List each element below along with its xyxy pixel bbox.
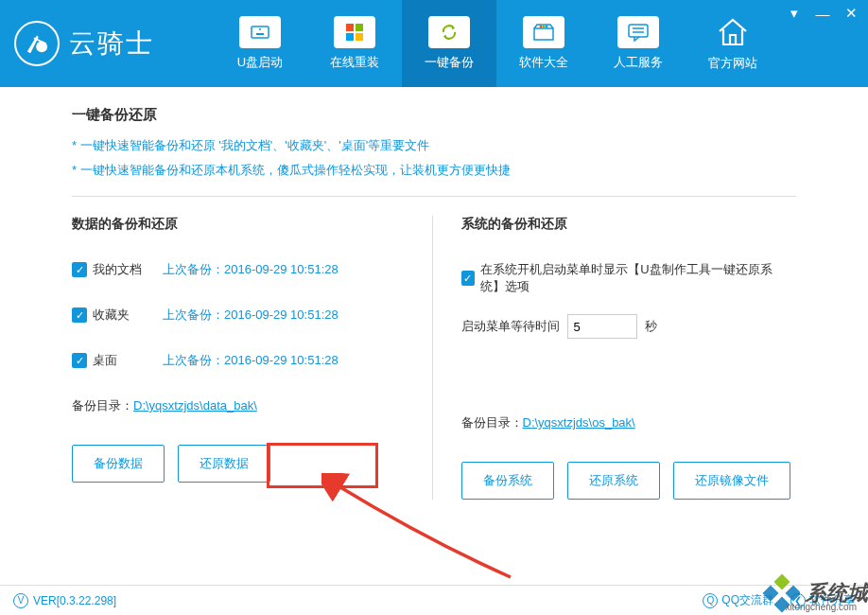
svg-rect-3 (256, 33, 264, 35)
nav-online-reinstall[interactable]: 在线重装 (307, 0, 402, 87)
data-backup-dir: 备份目录：D:\yqsxtzjds\data_bak\ (72, 397, 408, 414)
svg-rect-18 (786, 586, 800, 602)
home-icon (714, 15, 752, 49)
app-logo-icon (14, 21, 60, 66)
data-dir-link[interactable]: D:\yqsxtzjds\data_bak\ (133, 398, 257, 413)
checkbox-desktop[interactable]: ✓ (72, 353, 87, 368)
svg-rect-2 (252, 26, 269, 38)
svg-point-11 (543, 26, 546, 28)
check-row-favorites: ✓ 收藏夹 上次备份：2016-09-29 10:51:28 (72, 307, 408, 324)
version-text: VER[0.3.22.298] (33, 594, 116, 607)
nav-website[interactable]: 官方网站 (686, 0, 780, 87)
intro-line-1: * 一键快速智能备份和还原 '我的文档'、'收藏夹'、'桌面'等重要文件 (72, 137, 796, 154)
check-row-desktop: ✓ 桌面 上次备份：2016-09-29 10:51:28 (72, 352, 408, 369)
nav-label: 官方网站 (708, 55, 757, 72)
system-backup-panel: 系统的备份和还原 ✓ 在系统开机启动菜单时显示【U盘制作工具一键还原系统】选项 … (461, 216, 797, 500)
refresh-icon (428, 16, 470, 48)
svg-rect-7 (346, 33, 354, 41)
svg-rect-16 (774, 574, 790, 590)
dir-label: 备份目录： (72, 398, 133, 413)
box-icon (523, 16, 564, 48)
nav-one-click-backup[interactable]: 一键备份 (402, 0, 496, 87)
svg-rect-8 (356, 33, 363, 41)
backup-system-button[interactable]: 备份系统 (461, 462, 554, 500)
system-dir-link[interactable]: D:\yqsxtzjds\os_bak\ (523, 415, 635, 430)
check-label: 收藏夹 (93, 307, 149, 324)
nav-label: U盘启动 (237, 54, 283, 71)
window-controls: ▾ — ✕ (785, 4, 860, 23)
check-row-documents: ✓ 我的文档 上次备份：2016-09-29 10:51:28 (72, 261, 408, 278)
close-button[interactable]: ✕ (842, 4, 860, 23)
wait-time-input[interactable] (567, 314, 637, 339)
check-label: 桌面 (93, 352, 149, 369)
nav-label: 在线重装 (330, 54, 379, 71)
data-backup-panel: 数据的备份和还原 ✓ 我的文档 上次备份：2016-09-29 10:51:28… (72, 216, 433, 500)
chat-icon (617, 16, 659, 48)
usb-icon (239, 16, 281, 48)
wait-unit: 秒 (645, 318, 657, 335)
version-info[interactable]: V VER[0.3.22.298] (13, 593, 116, 608)
divider (72, 196, 796, 197)
boot-wait-row: 启动菜单等待时间 秒 (461, 314, 797, 339)
nav-support[interactable]: 人工服务 (591, 0, 686, 87)
app-name: 云骑士 (69, 26, 154, 62)
svg-point-4 (259, 28, 261, 30)
nav-label: 一键备份 (425, 54, 474, 71)
checkbox-documents[interactable]: ✓ (72, 262, 87, 277)
checkbox-boot-menu[interactable]: ✓ (461, 271, 476, 286)
nav-label: 软件大全 (519, 54, 568, 71)
restore-data-button[interactable]: 还原数据 (178, 445, 270, 483)
backup-data-button[interactable]: 备份数据 (72, 445, 165, 483)
nav-software[interactable]: 软件大全 (496, 0, 591, 87)
qq-icon: Q (703, 593, 718, 608)
page-title: 一键备份还原 (72, 106, 796, 124)
svg-rect-9 (534, 28, 553, 40)
svg-point-12 (546, 26, 548, 28)
svg-rect-5 (346, 24, 354, 31)
watermark-url: xitongcheng.com (785, 602, 857, 612)
menu-button[interactable]: ▾ (785, 4, 804, 23)
nav-label: 人工服务 (614, 54, 663, 71)
svg-point-0 (36, 41, 47, 52)
svg-rect-6 (356, 24, 363, 31)
intro-line-2: * 一键快速智能备份和还原本机系统，傻瓜式操作轻松实现，让装机更方便更快捷 (72, 162, 796, 179)
wait-label: 启动菜单等待时间 (461, 318, 560, 335)
system-backup-dir: 备份目录：D:\yqsxtzjds\os_bak\ (461, 414, 797, 431)
restore-image-button[interactable]: 还原镜像文件 (673, 462, 790, 500)
app-header: 云骑士 U盘启动 在线重装 一键备份 软件大全 人工服务 官方网站 ▾ — (0, 0, 868, 87)
status-bar: V VER[0.3.22.298] Q QQ交流群 ❮ 软件分享 (0, 585, 868, 615)
windows-icon (334, 16, 375, 48)
check-row-boot-menu: ✓ 在系统开机启动菜单时显示【U盘制作工具一键还原系统】选项 (461, 261, 797, 295)
panel-title: 系统的备份和还原 (461, 216, 797, 233)
svg-point-10 (540, 26, 543, 28)
svg-rect-13 (629, 25, 648, 37)
main-nav: U盘启动 在线重装 一键备份 软件大全 人工服务 官方网站 (213, 0, 780, 87)
dir-label: 备份目录： (461, 415, 523, 430)
version-icon: V (13, 593, 28, 608)
checkbox-favorites[interactable]: ✓ (72, 308, 87, 323)
main-content: 一键备份还原 * 一键快速智能备份和还原 '我的文档'、'收藏夹'、'桌面'等重… (0, 87, 868, 500)
logo-area: 云骑士 (0, 21, 213, 66)
last-backup-info: 上次备份：2016-09-29 10:51:28 (163, 307, 339, 324)
boot-menu-label: 在系统开机启动菜单时显示【U盘制作工具一键还原系统】选项 (480, 261, 796, 295)
check-label: 我的文档 (93, 261, 149, 278)
last-backup-info: 上次备份：2016-09-29 10:51:28 (163, 261, 339, 278)
minimize-button[interactable]: — (813, 4, 832, 23)
panel-title: 数据的备份和还原 (72, 216, 408, 233)
last-backup-info: 上次备份：2016-09-29 10:51:28 (163, 352, 339, 369)
nav-usb-boot[interactable]: U盘启动 (213, 0, 307, 87)
svg-rect-17 (763, 586, 779, 602)
restore-system-button[interactable]: 还原系统 (567, 462, 660, 500)
